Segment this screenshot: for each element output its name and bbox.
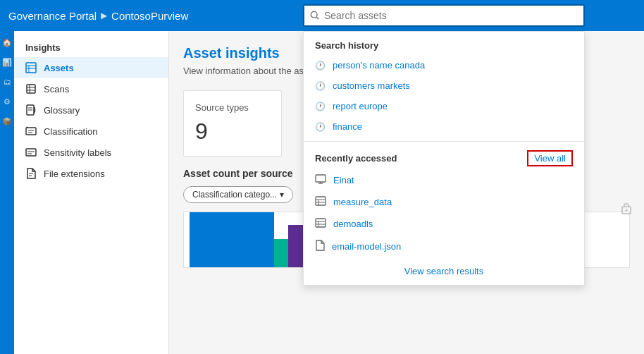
svg-rect-31	[316, 219, 326, 227]
recent-table-icon-2	[315, 218, 326, 230]
svg-rect-2	[26, 63, 36, 73]
history-clock-icon-3: 🕐	[315, 122, 326, 132]
sidebar-heading: Insights	[14, 37, 168, 57]
topbar: Governance Portal ▶ ContosoPurview	[0, 0, 644, 31]
svg-rect-13	[26, 128, 36, 135]
history-item-1[interactable]: 🕐 customers markets	[304, 75, 584, 96]
history-item-label-0: person's name canada	[333, 60, 425, 71]
rail-data-icon[interactable]: 🗂	[1, 76, 13, 87]
view-search-results-link[interactable]: View search results	[404, 266, 483, 276]
sidebar-label-sensitivity: Sensitivity labels	[44, 147, 111, 158]
sidebar-item-classification[interactable]: Classification	[14, 121, 168, 142]
filter-chip-classification[interactable]: Classification catego... ▾	[183, 186, 293, 203]
recent-item-1[interactable]: measure_data	[304, 191, 584, 213]
search-input[interactable]	[324, 10, 578, 21]
assets-icon	[25, 62, 37, 73]
sidebar-item-glossary[interactable]: Glossary	[14, 99, 168, 121]
sidebar-item-file-extensions[interactable]: File extensions	[14, 163, 168, 184]
search-bar[interactable]	[303, 4, 585, 27]
source-types-card: Source types 9	[183, 90, 282, 157]
bar-blue	[190, 212, 274, 267]
recent-item-label-1: measure_data	[333, 197, 392, 207]
recent-item-0[interactable]: Einat	[304, 169, 584, 191]
history-item-3[interactable]: 🕐 finance	[304, 116, 584, 137]
tenant-name: ContosoPurview	[111, 10, 188, 22]
sensitivity-icon	[25, 147, 37, 158]
rail-home-icon[interactable]: 🏠	[1, 37, 13, 48]
history-item-0[interactable]: 🕐 person's name canada	[304, 55, 584, 75]
svg-rect-6	[27, 85, 35, 93]
svg-point-0	[311, 11, 317, 18]
svg-rect-27	[316, 197, 326, 205]
scans-icon	[25, 83, 37, 94]
sidebar-label-file-ext: File extensions	[44, 169, 105, 179]
recent-item-2[interactable]: demoadls	[304, 213, 584, 235]
sidebar-item-assets[interactable]: Assets	[14, 57, 168, 78]
recent-item-label-0: Einat	[333, 175, 354, 185]
rail-box-icon[interactable]: 📦	[1, 116, 13, 127]
divider	[304, 141, 584, 142]
recent-file-icon	[315, 240, 325, 253]
sidebar-label-assets: Assets	[44, 63, 74, 73]
history-clock-icon-2: 🕐	[315, 102, 326, 111]
rail-chart-icon[interactable]: 📊	[1, 56, 13, 68]
glossary-icon	[25, 104, 37, 116]
svg-rect-17	[26, 149, 36, 156]
svg-rect-24	[316, 175, 326, 182]
portal-name: Governance Portal	[8, 10, 97, 22]
history-item-label-1: customers markets	[333, 80, 410, 91]
breadcrumb-separator: ▶	[101, 11, 107, 20]
history-item-label-3: finance	[333, 121, 362, 132]
sidebar-item-sensitivity-labels[interactable]: Sensitivity labels	[14, 142, 168, 163]
sidebar-label-classification: Classification	[44, 126, 98, 137]
recent-item-label-3: email-model.json	[332, 241, 401, 252]
recent-table-icon-1	[315, 196, 326, 208]
recent-item-label-2: demoadls	[333, 219, 373, 229]
history-item-2[interactable]: 🕐 report europe	[304, 96, 584, 116]
recent-item-3[interactable]: email-model.json	[304, 235, 584, 258]
view-all-button[interactable]: View all	[527, 150, 573, 166]
source-types-value: 9	[195, 118, 270, 145]
dropdown-footer: View search results	[304, 258, 584, 285]
source-types-label: Source types	[195, 102, 270, 113]
history-item-label-2: report europe	[333, 101, 388, 111]
bar-teal	[274, 239, 288, 267]
chevron-down-icon: ▾	[280, 190, 284, 200]
recently-accessed-row: Recently accessed View all	[304, 146, 584, 169]
recently-accessed-title: Recently accessed	[315, 153, 397, 164]
filter-chip-label: Classification catego...	[192, 190, 277, 200]
history-clock-icon-0: 🕐	[315, 61, 326, 71]
sidebar-label-glossary: Glossary	[44, 105, 80, 116]
file-ext-icon	[25, 168, 37, 179]
breadcrumb: Governance Portal ▶ ContosoPurview	[8, 10, 188, 22]
search-history-title: Search history	[304, 32, 584, 55]
lock-icon	[620, 200, 633, 216]
svg-point-16	[27, 127, 28, 128]
search-dropdown: Search history 🕐 person's name canada 🕐 …	[303, 31, 585, 286]
sidebar: Insights Assets Sca	[14, 31, 169, 354]
sidebar-label-scans: Scans	[44, 84, 69, 94]
classification-icon	[25, 126, 37, 137]
history-clock-icon-1: 🕐	[315, 81, 326, 91]
svg-line-1	[316, 17, 318, 19]
rail-settings-icon[interactable]: ⚙	[1, 96, 13, 107]
search-icon	[310, 11, 320, 20]
recent-monitor-icon	[315, 174, 326, 186]
icon-rail: 🏠 📊 🗂 ⚙ 📦	[0, 31, 14, 354]
svg-point-23	[626, 209, 628, 212]
sidebar-item-scans[interactable]: Scans	[14, 78, 168, 99]
